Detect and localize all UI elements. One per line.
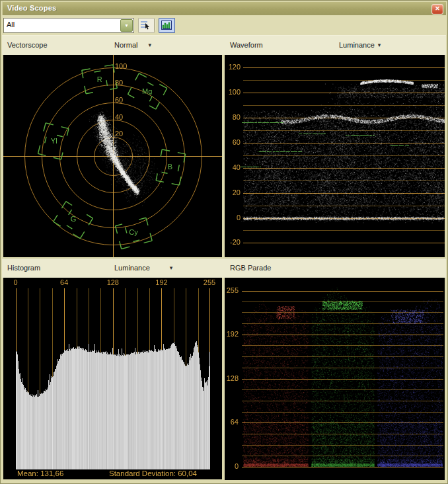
- vectorscope-target-label-Yl: Yl: [46, 137, 63, 145]
- vectorscope-target-label-G: G: [65, 215, 82, 223]
- histogram-scale-label-192: 192: [151, 278, 171, 286]
- waveform-title: Waveform: [230, 41, 263, 49]
- vectorscope-scale-label-80: 80: [115, 79, 123, 87]
- toolbar: All ▼: [2, 15, 446, 36]
- scopes-display-button[interactable]: [159, 18, 175, 33]
- vectorscope-mode-dropdown[interactable]: Normal ▾: [114, 41, 151, 49]
- waveform-scale-label-60: 60: [225, 138, 241, 146]
- cursor-list-icon: [141, 20, 151, 30]
- title-bar[interactable]: Video Scopes ✕: [2, 1, 446, 16]
- window-title: Video Scopes: [7, 4, 56, 12]
- vectorscope-scale-label-100: 100: [115, 62, 127, 70]
- scope-filter-value: All: [7, 20, 15, 28]
- histogram-std-value: Standard Deviation: 60,04: [109, 469, 197, 477]
- histogram-canvas: [3, 278, 222, 479]
- video-scopes-window: Video Scopes ✕ All ▼: [0, 0, 448, 484]
- rgb-parade-scale-label-64: 64: [225, 418, 239, 426]
- histogram-scale-label-128: 128: [103, 278, 123, 286]
- histogram-scale-label-64: 64: [54, 278, 74, 286]
- histogram-scale-label-255: 255: [200, 278, 219, 286]
- vectorscope-scale-label-20: 20: [115, 130, 123, 138]
- rgb-parade-scale-label-0: 0: [225, 462, 239, 470]
- vectorscope-target-label-Mg: Mg: [139, 87, 156, 95]
- waveform-scale-label--20: -20: [225, 238, 241, 246]
- vectorscope-panel: RMgYlBGCy10080604020: [3, 55, 222, 257]
- waveform-canvas: [225, 55, 445, 257]
- toolbar-separator: [155, 19, 156, 30]
- waveform-scale-label-120: 120: [225, 63, 241, 71]
- close-button[interactable]: ✕: [431, 4, 443, 15]
- rgb-parade-scale-label-192: 192: [225, 330, 239, 338]
- waveform-scale-label-80: 80: [225, 113, 241, 121]
- histogram-icon: [161, 20, 172, 30]
- chevron-down-icon: ▾: [170, 264, 173, 271]
- vectorscope-target-label-Cy: Cy: [125, 228, 142, 236]
- rgb-parade-title: RGB Parade: [230, 264, 271, 272]
- histogram-mode-dropdown[interactable]: Luminance ▾: [114, 264, 172, 272]
- histogram-scale-label-0: 0: [6, 278, 26, 286]
- rgb-parade-scale-label-255: 255: [225, 286, 239, 294]
- vectorscope-target-label-R: R: [91, 75, 108, 83]
- bottom-header-band: Histogram Luminance ▾ RGB Parade: [2, 258, 446, 278]
- waveform-scale-label-20: 20: [225, 188, 241, 196]
- histogram-mean-value: Mean: 131,66: [17, 469, 63, 477]
- vectorscope-canvas: [3, 55, 222, 257]
- waveform-mode-dropdown[interactable]: Luminance ▾: [339, 41, 381, 49]
- vectorscope-title: Vectorscope: [7, 41, 48, 49]
- rgb-parade-canvas: [225, 278, 445, 480]
- scope-filter-select[interactable]: All ▼: [3, 18, 134, 33]
- histogram-title: Histogram: [7, 264, 40, 272]
- chevron-down-icon[interactable]: ▼: [120, 19, 133, 32]
- waveform-mode-value: Luminance: [339, 41, 375, 49]
- close-icon: ✕: [435, 5, 440, 12]
- chevron-down-icon: ▾: [148, 42, 151, 48]
- rgb-parade-panel: 255192128640: [225, 278, 445, 480]
- chevron-down-icon: ▾: [378, 42, 381, 48]
- vectorscope-target-label-B: B: [161, 163, 178, 171]
- waveform-scale-label-100: 100: [225, 88, 241, 96]
- top-header-band: Vectorscope Normal ▾ Waveform Luminance …: [2, 35, 446, 55]
- waveform-panel: 120100806040200-20: [225, 55, 445, 257]
- vectorscope-mode-value: Normal: [114, 41, 137, 49]
- vectorscope-scale-label-40: 40: [115, 113, 123, 121]
- waveform-scale-label-40: 40: [225, 163, 241, 171]
- histogram-panel: Mean: 131,66 Standard Deviation: 60,04 0…: [3, 278, 222, 479]
- scope-picker-button[interactable]: [138, 18, 155, 33]
- vectorscope-scale-label-60: 60: [115, 96, 123, 104]
- rgb-parade-scale-label-128: 128: [225, 374, 239, 382]
- histogram-mode-value: Luminance: [114, 264, 150, 272]
- waveform-scale-label-0: 0: [225, 214, 241, 222]
